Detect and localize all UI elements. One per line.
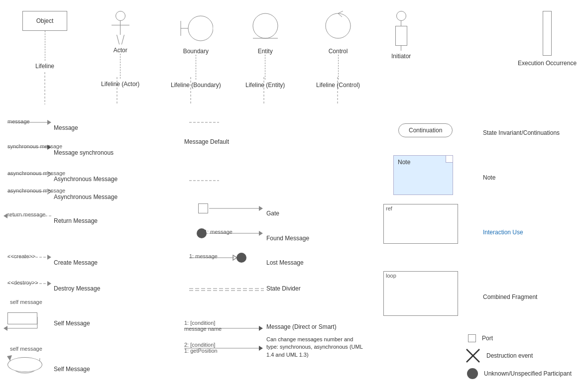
svg-marker-17 bbox=[47, 281, 51, 286]
actor-arms bbox=[112, 25, 129, 25]
self2-label-text: self message bbox=[10, 345, 42, 352]
unknown-symbol bbox=[467, 368, 478, 379]
svg-point-36 bbox=[188, 16, 213, 41]
initiator-label: Initiator bbox=[391, 53, 411, 60]
actor-head bbox=[116, 11, 125, 21]
svg-point-39 bbox=[253, 13, 278, 38]
lifeline-actor-label: Lifeline (Actor) bbox=[101, 81, 139, 88]
actor-item: Actor Lifeline (Actor) bbox=[101, 11, 139, 88]
entity-label: Entity bbox=[258, 48, 273, 55]
svg-line-41 bbox=[338, 11, 343, 13]
boundary-symbol bbox=[178, 11, 213, 46]
initiator-item: Initiator bbox=[391, 11, 411, 60]
svg-marker-15 bbox=[47, 255, 51, 260]
initiator-head bbox=[396, 11, 406, 21]
self1-label-text: self message bbox=[10, 298, 42, 305]
sync-label-text: synchronous message bbox=[7, 143, 62, 150]
exec-occurrence-item: Execution Occurrence bbox=[518, 11, 577, 67]
msg-direct-labels2: 2: [condition] 1: getPosition bbox=[184, 342, 218, 354]
interaction-use-symbol: ref bbox=[383, 204, 458, 244]
svg-marker-25 bbox=[259, 206, 263, 211]
svg-marker-33 bbox=[259, 326, 263, 331]
object-item: Object Lifeline bbox=[22, 11, 67, 70]
async1-name-text: Asynchronous Message bbox=[54, 176, 117, 183]
state-divider-name: State Divider bbox=[266, 285, 301, 292]
combined-fragment-desc: Combined Fragment bbox=[483, 294, 537, 300]
lifeline-control-label: Lifeline (Control) bbox=[316, 82, 360, 89]
actor-body bbox=[120, 21, 120, 35]
interaction-use-desc: Interaction Use bbox=[483, 229, 523, 236]
combined-fragment-item: loop bbox=[383, 271, 458, 316]
lifeline-boundary-label: Lifeline (Boundary) bbox=[171, 82, 221, 89]
exec-occurrence-label: Execution Occurrence bbox=[518, 60, 577, 67]
initiator-figure bbox=[395, 11, 407, 51]
control-label: Control bbox=[329, 48, 348, 55]
note-symbol: Note bbox=[393, 155, 453, 195]
boundary-label: Boundary bbox=[183, 48, 209, 55]
destroy-name-text: Destroy Message bbox=[54, 285, 100, 292]
lifeline-entity-label: Lifeline (Entity) bbox=[245, 82, 285, 89]
lost-name-text: Lost Message bbox=[266, 259, 304, 266]
lost-label-text: 1: message bbox=[189, 253, 218, 260]
continuation-desc: State Invariant/Continuations bbox=[483, 129, 560, 136]
svg-marker-35 bbox=[259, 346, 263, 351]
destroy-label-text: <<destroy>> bbox=[7, 279, 38, 286]
destruction-item: Destruction event bbox=[466, 348, 533, 363]
gate-name-text: Gate bbox=[266, 210, 279, 217]
diagram-canvas: Object Lifeline Actor Lifeline (Actor) B… bbox=[0, 0, 585, 392]
continuation-symbol: Continuation bbox=[398, 123, 453, 137]
interaction-use-item: ref bbox=[383, 204, 458, 244]
actor-figure bbox=[116, 11, 125, 45]
msg-direct-name: Message (Direct or Smart) bbox=[266, 323, 337, 330]
exec-occurrence-symbol bbox=[543, 11, 552, 56]
self1-rect bbox=[7, 312, 37, 324]
svg-marker-6 bbox=[47, 120, 51, 125]
destruction-symbol bbox=[466, 348, 480, 363]
lifeline-label: Lifeline bbox=[35, 63, 54, 70]
control-item: Control Lifeline (Control) bbox=[316, 11, 360, 89]
lost-circle bbox=[236, 253, 246, 263]
message-default-label: Message Default bbox=[184, 138, 229, 145]
found-label-text: 1: message bbox=[204, 228, 233, 235]
svg-marker-27 bbox=[259, 231, 263, 236]
combined-fragment-symbol: loop bbox=[383, 271, 458, 316]
message-name-text: Message bbox=[54, 124, 78, 131]
self1-name-text: Self Message bbox=[54, 320, 90, 327]
return-name-text: Return Message bbox=[54, 217, 98, 224]
create-label-text: <<create>> bbox=[7, 253, 35, 260]
found-name-text: Found Message bbox=[266, 235, 309, 242]
continuation-item: Continuation bbox=[398, 123, 453, 137]
boundary-item: Boundary Lifeline (Boundary) bbox=[171, 11, 221, 89]
entity-symbol bbox=[250, 11, 280, 46]
self2-ellipse bbox=[7, 357, 42, 372]
port-item: Port bbox=[468, 334, 493, 342]
note-item: Note bbox=[393, 155, 453, 195]
async2-label-text: asynchronous message bbox=[7, 187, 65, 194]
note-corner bbox=[446, 156, 453, 163]
create-name-text: Create Message bbox=[54, 259, 98, 266]
async2-name-text: Asynchronous Message bbox=[54, 194, 117, 200]
msg-direct-labels: 1: [condition] message name bbox=[184, 320, 222, 332]
object-label: Object bbox=[36, 17, 54, 24]
port-symbol bbox=[468, 334, 476, 342]
unknown-item: Unknown/Unspecified Participant bbox=[467, 368, 572, 379]
control-symbol bbox=[323, 11, 353, 46]
gate-symbol bbox=[198, 203, 208, 213]
self-message-ellipse bbox=[7, 357, 42, 372]
lost-message-circle bbox=[236, 253, 246, 263]
return-label-text: return message bbox=[7, 211, 45, 218]
entity-item: Entity Lifeline (Entity) bbox=[245, 11, 285, 89]
object-box: Object bbox=[22, 11, 67, 31]
svg-marker-21 bbox=[3, 326, 7, 331]
note-desc: Note bbox=[483, 174, 495, 181]
message-label-text: message bbox=[7, 118, 30, 125]
actor-legs bbox=[117, 35, 124, 45]
gate-square bbox=[198, 203, 208, 213]
actor-label: Actor bbox=[114, 47, 127, 54]
can-change-text: Can change messages number and type: syn… bbox=[266, 336, 366, 359]
self2-name-text: Self Message bbox=[54, 366, 90, 373]
sync-name-text: Message synchronous bbox=[54, 149, 114, 156]
self-message-box bbox=[7, 312, 37, 324]
svg-marker-13 bbox=[3, 213, 7, 218]
